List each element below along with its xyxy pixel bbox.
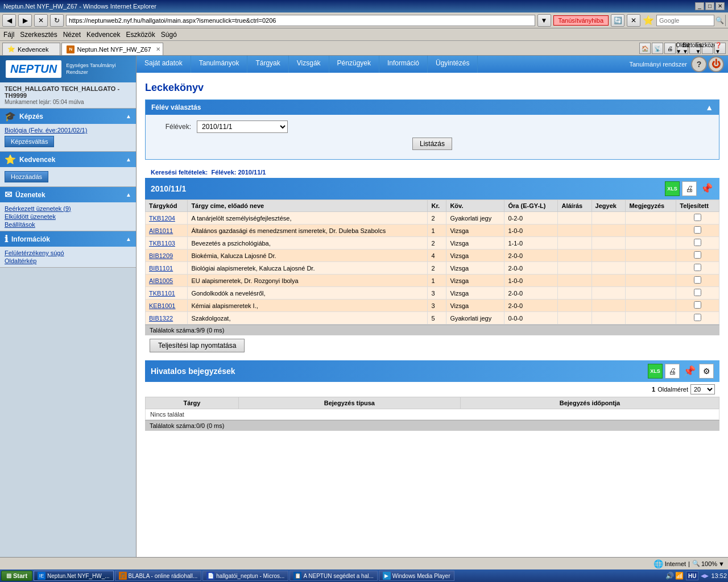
cell-cim: Szakdolgozat, — [188, 312, 428, 325]
teljesitett-checkbox[interactable] — [694, 289, 701, 296]
tab-label-favorites: Kedvencek — [18, 46, 48, 53]
cell-megjegyzes — [626, 312, 676, 325]
teljesitett-checkbox[interactable] — [694, 276, 701, 284]
tab-targyak[interactable]: Tárgyak — [247, 56, 288, 73]
stop-button[interactable]: ✕ — [34, 14, 48, 27]
kepzes-header[interactable]: 🎓 Képzés ▲ — [0, 109, 136, 124]
tab-close-button[interactable]: ✕ — [156, 46, 160, 52]
beallitasok-link[interactable]: Beállítások — [5, 221, 131, 228]
menu-edit[interactable]: Szerkesztés — [20, 31, 57, 39]
menu-file[interactable]: Fájl — [3, 31, 14, 39]
col-ora: Óra (E-GY-L) — [504, 200, 558, 212]
forward-button[interactable]: ▶ — [18, 14, 32, 27]
collapse-icon[interactable]: ▲ — [705, 103, 713, 112]
close-button[interactable]: ✕ — [715, 2, 725, 10]
zoom-level: 100% — [701, 560, 717, 567]
cell-kr: 2 — [428, 237, 446, 250]
teljesitett-checkbox[interactable] — [694, 301, 701, 309]
pin-official-button[interactable]: 📌 — [682, 364, 697, 379]
teljesitett-checkbox[interactable] — [694, 239, 701, 246]
uzenetek-header[interactable]: ✉ Üzenetek ▲ — [0, 187, 136, 202]
kepzesvaltas-button[interactable]: Képzésváltás — [5, 136, 54, 147]
official-section: Hivatalos bejegyzések XLS 🖨 📌 ⚙ 1 Oldalm… — [145, 360, 719, 431]
kedvencek-content: Hozzáadás — [0, 167, 136, 186]
felev-select[interactable]: 2010/11/1 — [197, 120, 288, 133]
teljesitett-checkbox[interactable] — [694, 314, 701, 321]
xls-official-button[interactable]: XLS — [648, 364, 663, 379]
print-browser-button[interactable]: 🖨 — [664, 43, 676, 54]
cell-jegyek — [592, 275, 626, 287]
listazas-button[interactable]: Listázás — [412, 138, 452, 150]
informaciok-content: Felületérzékeny súgó Oldaltérkép — [0, 247, 136, 267]
page-size-select[interactable]: 20 5 10 50 100 — [690, 384, 715, 394]
back-button[interactable]: ◀ — [2, 14, 16, 27]
home-button[interactable]: 🏠 — [639, 43, 651, 54]
cell-jegyek — [592, 250, 626, 262]
teljesitett-checkbox[interactable] — [694, 214, 701, 221]
search-submit-button[interactable]: 🔍 — [714, 15, 725, 26]
rss-button[interactable]: 📡 — [652, 43, 663, 54]
teljesitett-checkbox[interactable] — [694, 226, 701, 234]
tab-informacio[interactable]: Információ — [379, 56, 428, 73]
tab-sajat-adatok[interactable]: Saját adatok — [136, 56, 191, 73]
menu-help[interactable]: Súgó — [161, 31, 177, 39]
oldalterkep-link[interactable]: Oldaltérkép — [5, 257, 131, 265]
help-button[interactable]: ? — [691, 56, 707, 72]
search-input[interactable] — [657, 16, 714, 24]
window-controls[interactable]: _ □ ✕ — [695, 2, 725, 10]
cell-kov: Vizsga — [446, 300, 504, 312]
zoom-control[interactable]: 🔍 100% ▼ — [692, 560, 725, 567]
tools-menu-button[interactable]: Eszközök ▼ — [702, 43, 713, 54]
help-menu-button[interactable]: ❓ ▼ — [714, 43, 726, 54]
power-button[interactable]: ⏻ — [708, 56, 724, 72]
cell-ora: 2-0-0 — [504, 300, 558, 312]
nav-extra1[interactable]: ✕ — [627, 14, 640, 27]
elkuldott-uzenetek-link[interactable]: Elküldött üzenetek — [5, 213, 131, 221]
menu-view[interactable]: Nézet — [63, 31, 81, 39]
tab-neptun[interactable]: N Neptun.Net NYF_HW_Z67 ✕ — [61, 43, 163, 55]
tab-vizsgak[interactable]: Vizsgák — [289, 56, 329, 73]
refresh-btn2[interactable]: 🔄 — [611, 14, 624, 27]
page-size-row: 1 Oldalméret 20 5 10 50 100 — [145, 382, 719, 397]
tab-ugyintezés[interactable]: Ügyintézés — [428, 56, 478, 73]
kepzes-biologia[interactable]: Biológia (Felv. éve:2001/02/1) — [5, 126, 131, 134]
sugo-link[interactable]: Felületérzékeny súgó — [5, 249, 131, 257]
menu-favorites[interactable]: Kedvencek — [86, 31, 120, 39]
tab-penzugyek[interactable]: Pénzügyek — [329, 56, 379, 73]
print-official-button[interactable]: 🖨 — [665, 364, 680, 379]
cell-alairas — [558, 312, 592, 325]
teljesitett-checkbox[interactable] — [694, 251, 701, 259]
menu-tools[interactable]: Eszközök — [126, 31, 155, 39]
official-result-count: Találatok száma:0/0 (0 ms) — [145, 420, 719, 431]
address-bar[interactable] — [66, 15, 535, 26]
cell-kr: 5 — [428, 312, 446, 325]
address-go-button[interactable]: ▼ — [537, 14, 551, 27]
print-lap-button[interactable]: Teljesítési lap nyomtatása — [150, 339, 245, 352]
cell-kod: BIB1101 — [146, 262, 188, 275]
hozzaadas-button[interactable]: Hozzáadás — [5, 171, 48, 182]
beerkezett-uzenetek-link[interactable]: Beérkezett üzenetek (9) — [5, 205, 131, 213]
cert-error-button[interactable]: Tanúsítványhiba — [553, 15, 609, 26]
print-semester-button[interactable]: 🖨 — [682, 181, 697, 196]
tab-favorites[interactable]: ⭐ Kedvencek — [2, 43, 60, 55]
kedvencek-header[interactable]: ⭐ Kedvencek ▲ — [0, 152, 136, 167]
tab-tanulmanyok[interactable]: Tanulmányok — [191, 56, 248, 73]
pin-semester-button[interactable]: 📌 — [699, 181, 714, 196]
felev-valasztas-title: Félév választás — [151, 103, 201, 111]
teljesitett-checkbox[interactable] — [694, 264, 701, 271]
cell-ora: 0-0-0 — [504, 312, 558, 325]
cell-megjegyzes — [626, 237, 676, 250]
maximize-button[interactable]: □ — [705, 2, 714, 10]
config-official-button[interactable]: ⚙ — [699, 364, 714, 379]
refresh-button[interactable]: ↻ — [50, 14, 64, 27]
felev-valasztas-body: Félévek: 2010/11/1 Listázás — [146, 115, 719, 159]
cell-jegyek — [592, 262, 626, 275]
cell-ora: 1-1-0 — [504, 237, 558, 250]
cell-teljesitett — [676, 275, 719, 287]
table-row: AIB1011Általános gazdasági és menedzsmen… — [146, 225, 719, 237]
search-result-text: Keresési feltételek: Félévek: 2010/11/1 — [145, 167, 719, 178]
informaciok-header[interactable]: ℹ Információk ▲ — [0, 231, 136, 247]
xls-export-button[interactable]: XLS — [665, 181, 680, 196]
table-row: AIB1005EU alapismeretek, Dr. Rozgonyi Ib… — [146, 275, 719, 287]
minimize-button[interactable]: _ — [695, 2, 704, 10]
